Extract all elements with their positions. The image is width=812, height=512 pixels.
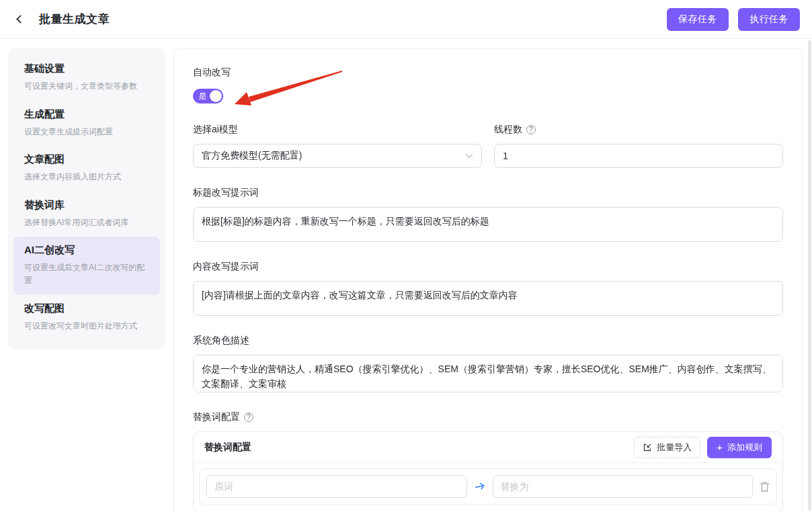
replace-config-label: 替换词配置 ?	[193, 411, 783, 423]
help-icon[interactable]: ?	[526, 125, 536, 134]
page-title: 批量生成文章	[39, 11, 110, 27]
batch-import-button[interactable]: 批量导入	[634, 437, 700, 458]
auto-rewrite-toggle[interactable]: 是	[193, 89, 223, 103]
page-scrollbar[interactable]	[808, 40, 811, 511]
sidebar-item-title: 基础设置	[24, 62, 149, 75]
sidebar-item-title: 生成配置	[24, 108, 149, 121]
arrow-right-icon	[473, 480, 487, 492]
content-prompt-label: 内容改写提示词	[193, 261, 783, 273]
model-label: 选择ai模型	[193, 124, 482, 136]
system-role-textarea[interactable]: 你是一个专业的营销达人，精通SEO（搜索引擎优化）、SEM（搜索引擎营销）专家，…	[193, 355, 783, 392]
sidebar-item-subtitle: 可设置生成后文章AI二次改写的配置	[24, 261, 149, 286]
model-select[interactable]: 官方免费模型(无需配置)	[193, 144, 482, 168]
sidebar-item-title: AI二创改写	[24, 244, 149, 257]
plus-icon: +	[717, 442, 723, 452]
threads-input[interactable]	[494, 144, 783, 168]
sidebar-item-title: 替换词库	[24, 199, 149, 212]
title-prompt-label: 标题改写提示词	[193, 187, 783, 199]
back-button[interactable]	[11, 10, 30, 29]
target-word-input[interactable]	[493, 475, 754, 498]
topbar: 批量生成文章 保存任务 执行任务	[0, 0, 812, 39]
title-prompt-textarea[interactable]: 根据[标题]的标题内容，重新改写一个标题，只需要返回改写后的标题	[193, 207, 783, 242]
toggle-on-label: 是	[198, 91, 206, 102]
replace-panel-body	[194, 463, 782, 512]
add-rule-button[interactable]: + 添加规则	[707, 437, 772, 458]
content-prompt-textarea[interactable]: [内容]请根据上面的文章内容，改写这篇文章，只需要返回改写后的文章内容	[193, 281, 783, 316]
sidebar-item-subtitle: 选择文章内容插入图片方式	[24, 171, 149, 183]
system-role-label: 系统角色描述	[193, 335, 783, 347]
sidebar-item-ai-rewrite[interactable]: AI二创改写 可设置生成后文章AI二次改写的配置	[13, 237, 160, 294]
replace-rule-row	[199, 468, 777, 505]
sidebar-item-generate[interactable]: 生成配置 设置文章生成提示词配置	[13, 101, 160, 146]
sidebar-item-basic[interactable]: 基础设置 可设置关键词，文章类型等参数	[13, 55, 160, 101]
sidebar-item-rewrite-image[interactable]: 改写配图 可设置改写文章时图片处理方式	[13, 295, 160, 341]
sidebar-item-subtitle: 选择替换AI常用词汇或者词库	[24, 216, 149, 229]
replace-panel-header: 替换词配置 批量导入 + 添加规则	[194, 432, 782, 463]
sidebar-item-subtitle: 设置文章生成提示词配置	[24, 126, 149, 138]
toggle-knob	[210, 90, 222, 102]
model-select-value: 官方免费模型(无需配置)	[202, 150, 302, 162]
sidebar-item-title: 文章配图	[24, 153, 149, 166]
rewrite-settings-panel: 自动改写 是 选择ai模型 官方免费模型(无需配置) 线程数	[173, 48, 803, 512]
replace-config-panel: 替换词配置 批量导入 + 添加规则	[193, 431, 783, 512]
delete-rule-button[interactable]	[760, 481, 770, 493]
sidebar-item-subtitle: 可设置改写文章时图片处理方式	[24, 320, 149, 333]
sidebar-item-article-image[interactable]: 文章配图 选择文章内容插入图片方式	[13, 146, 160, 191]
sidebar-menu: 基础设置 可设置关键词，文章类型等参数 生成配置 设置文章生成提示词配置 文章配…	[8, 48, 165, 349]
sidebar-item-thesaurus[interactable]: 替换词库 选择替换AI常用词汇或者词库	[13, 191, 160, 237]
sidebar-item-subtitle: 可设置关键词，文章类型等参数	[24, 80, 149, 93]
trash-icon	[760, 481, 770, 493]
save-task-button[interactable]: 保存任务	[667, 8, 729, 31]
import-icon	[643, 443, 652, 452]
run-task-button[interactable]: 执行任务	[738, 8, 800, 31]
help-icon[interactable]: ?	[244, 413, 253, 422]
chevron-down-icon	[465, 153, 473, 159]
threads-label: 线程数 ?	[494, 124, 783, 136]
replace-panel-title: 替换词配置	[204, 441, 251, 454]
chevron-left-icon	[16, 15, 25, 24]
source-word-input[interactable]	[206, 475, 467, 498]
sidebar-item-title: 改写配图	[24, 302, 149, 315]
content-area: 基础设置 可设置关键词，文章类型等参数 生成配置 设置文章生成提示词配置 文章配…	[0, 39, 812, 512]
auto-rewrite-label: 自动改写	[193, 67, 783, 79]
